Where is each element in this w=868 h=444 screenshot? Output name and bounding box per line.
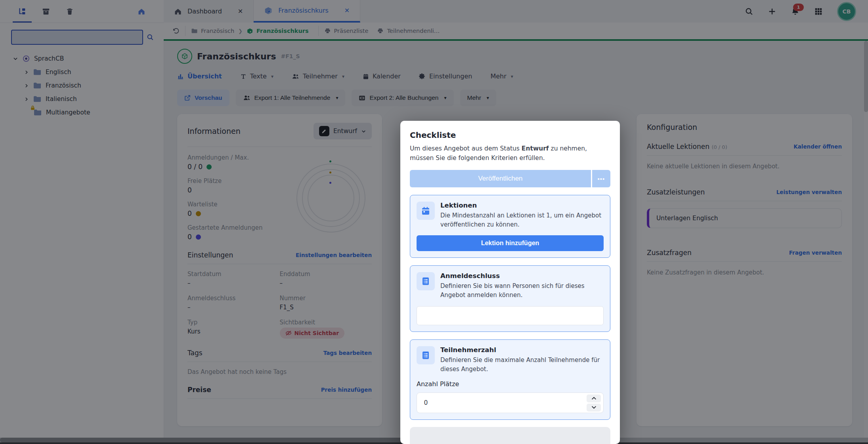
stepper-up-button[interactable] [587,394,601,402]
calendar-icon [417,202,435,220]
checklist-item-lektionen: Lektionen Die Mindestanzahl an Lektionen… [410,195,610,258]
modal-title: Checkliste [410,130,610,140]
checkliste-modal: Checkliste Um dieses Angebot aus dem Sta… [400,121,620,444]
publish-row: Veröffentlichen ••• [410,170,610,187]
checklist-item-description: Definieren Sie die maximale Anzahl Teiln… [440,356,604,374]
checklist-item-title: Teilnehmerzahl [440,346,604,354]
modal-footer-cut [410,427,610,444]
seats-input[interactable] [423,399,587,407]
seats-field-label: Anzahl Plätze [417,380,604,388]
seats-number-field [417,393,604,413]
checklist-item-anmeldeschluss: Anmeldeschluss Definieren Sie bis wann P… [410,265,610,332]
list-icon [417,272,435,290]
publish-button[interactable]: Veröffentlichen [410,170,591,187]
checklist-item-description: Definieren Sie bis wann Personen sich fü… [440,282,604,300]
stepper-down-button[interactable] [587,404,601,412]
checklist-item-title: Lektionen [440,202,604,209]
deadline-input[interactable] [417,306,604,325]
app-window: SprachCB Englisch Französisch Italienisc… [0,0,868,444]
status-name-bold: Entwurf [522,145,549,152]
publish-more-button[interactable]: ••• [592,170,610,187]
checklist-item-title: Anmeldeschluss [440,272,604,280]
add-lesson-button[interactable]: Lektion hinzufügen [417,235,604,251]
list-icon [417,346,435,364]
checklist-item-teilnehmerzahl: Teilnehmerzahl Definieren Sie die maxima… [410,339,610,420]
modal-intro: Um dieses Angebot aus dem Status Entwurf… [410,144,610,163]
checklist-item-description: Die Mindestanzahl an Lektionen ist 1, um… [440,211,604,229]
